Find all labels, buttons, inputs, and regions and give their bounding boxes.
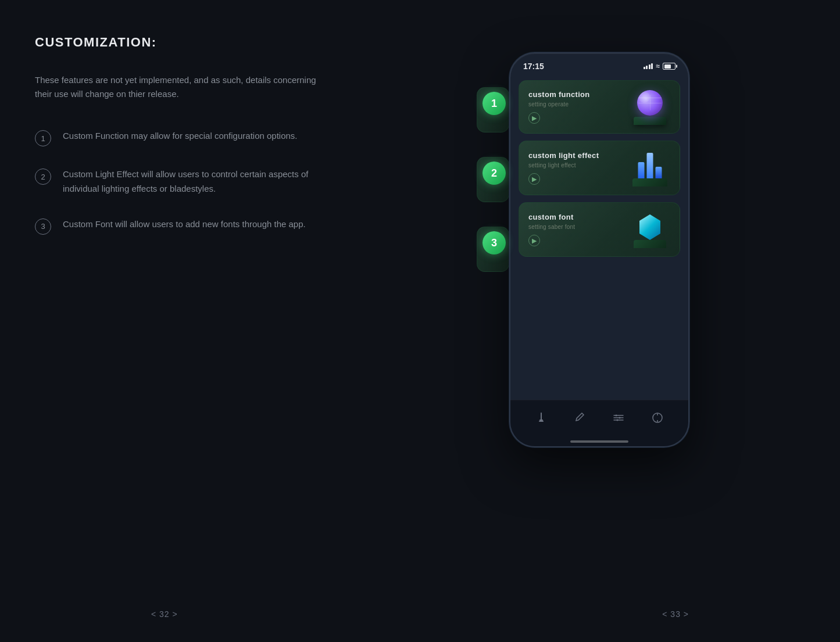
feature-number-1: 1 bbox=[35, 130, 51, 146]
card-icon-area-3 bbox=[630, 211, 670, 248]
card-arrow-2[interactable]: ▶ bbox=[528, 173, 540, 185]
card-arrow-3[interactable]: ▶ bbox=[528, 235, 540, 246]
page-numbers: < 32 > < 33 > bbox=[0, 609, 840, 619]
card-item-1[interactable]: custom function setting operate ▶ bbox=[519, 80, 680, 134]
card-title-2: custom light effect bbox=[528, 151, 630, 160]
page-container: CUSTOMIZATION: These features are not ye… bbox=[0, 0, 840, 642]
card-subtitle-1: setting operate bbox=[528, 101, 630, 107]
card-text-2: custom light effect setting light effect… bbox=[528, 151, 630, 185]
intro-text: These features are not yet implemented, … bbox=[35, 73, 326, 101]
card-title-1: custom function bbox=[528, 90, 630, 99]
bottom-nav bbox=[510, 400, 688, 446]
compass-icon bbox=[651, 411, 664, 424]
feature-item-3: 3 Custom Font will allow users to add ne… bbox=[35, 217, 372, 235]
saber-icon bbox=[535, 411, 548, 424]
signal-bar-4 bbox=[651, 63, 653, 69]
platform-base-1 bbox=[634, 117, 666, 125]
card-text-1: custom function setting operate ▶ bbox=[528, 90, 630, 124]
signal-bar-3 bbox=[649, 64, 650, 69]
phone-container: 1 2 3 17:15 bbox=[477, 35, 698, 447]
badge-1: 1 bbox=[482, 92, 506, 115]
right-panel: 1 2 3 17:15 bbox=[395, 35, 698, 619]
nav-icon-edit[interactable] bbox=[569, 406, 592, 429]
page-num-right: < 33 > bbox=[662, 609, 689, 619]
wifi-icon: ≈ bbox=[656, 62, 660, 70]
edit-icon bbox=[574, 411, 587, 424]
badge-2: 2 bbox=[482, 162, 506, 185]
platform-base-3 bbox=[634, 240, 666, 248]
feature-text-3: Custom Font will allow users to add new … bbox=[63, 217, 306, 232]
nav-icon-saber[interactable] bbox=[530, 406, 553, 429]
feature-number-3: 3 bbox=[35, 218, 51, 235]
holo-shape bbox=[639, 214, 660, 240]
svg-rect-0 bbox=[541, 413, 542, 421]
feature-number-2: 2 bbox=[35, 168, 51, 185]
card-icon-holo bbox=[632, 211, 668, 248]
status-time: 17:15 bbox=[523, 62, 544, 71]
card-text-3: custom font setting saber font ▶ bbox=[528, 213, 630, 246]
svg-rect-1 bbox=[539, 419, 543, 421]
status-bar: 17:15 ≈ bbox=[510, 53, 688, 76]
nav-icon-settings[interactable] bbox=[607, 406, 630, 429]
feature-item-2: 2 Custom Light Effect will allow users t… bbox=[35, 167, 372, 196]
card-icon-area-1 bbox=[630, 89, 670, 125]
svg-point-3 bbox=[616, 414, 617, 416]
feature-item-1: 1 Custom Function may allow for special … bbox=[35, 129, 372, 146]
card-subtitle-3: setting saber font bbox=[528, 224, 630, 230]
signal-bar-2 bbox=[646, 66, 648, 69]
card-icon-bars bbox=[630, 149, 670, 186]
globe-icon bbox=[637, 90, 663, 116]
badge-3: 3 bbox=[482, 231, 506, 254]
card-icon-area-2 bbox=[630, 149, 670, 186]
svg-rect-2 bbox=[539, 421, 544, 422]
page-title: CUSTOMIZATION: bbox=[35, 35, 372, 50]
left-panel: CUSTOMIZATION: These features are not ye… bbox=[35, 35, 395, 619]
platform-base-2 bbox=[632, 178, 667, 186]
settings-icon bbox=[612, 411, 625, 424]
phone-content: custom function setting operate ▶ bbox=[510, 76, 688, 261]
card-item-2[interactable]: custom light effect setting light effect… bbox=[519, 141, 680, 195]
card-subtitle-2: setting light effect bbox=[528, 162, 630, 168]
svg-point-5 bbox=[617, 419, 619, 421]
card-title-3: custom font bbox=[528, 213, 630, 221]
card-arrow-1[interactable]: ▶ bbox=[528, 112, 540, 124]
feature-text-1: Custom Function may allow for special co… bbox=[63, 129, 298, 144]
battery-fill bbox=[664, 64, 671, 69]
card-icon-globe bbox=[632, 89, 668, 125]
page-num-left: < 32 > bbox=[151, 609, 178, 619]
signal-bars-icon bbox=[644, 63, 653, 69]
phone-mockup: 17:15 ≈ bbox=[509, 52, 689, 447]
svg-point-4 bbox=[619, 417, 621, 418]
home-indicator bbox=[570, 440, 628, 443]
nav-icon-compass[interactable] bbox=[646, 406, 669, 429]
feature-list: 1 Custom Function may allow for special … bbox=[35, 129, 372, 235]
battery-icon bbox=[663, 63, 675, 70]
status-icons: ≈ bbox=[644, 62, 675, 70]
feature-text-2: Custom Light Effect will allow users to … bbox=[63, 167, 342, 196]
card-item-3[interactable]: custom font setting saber font ▶ bbox=[519, 202, 680, 257]
signal-bar-1 bbox=[644, 67, 645, 69]
